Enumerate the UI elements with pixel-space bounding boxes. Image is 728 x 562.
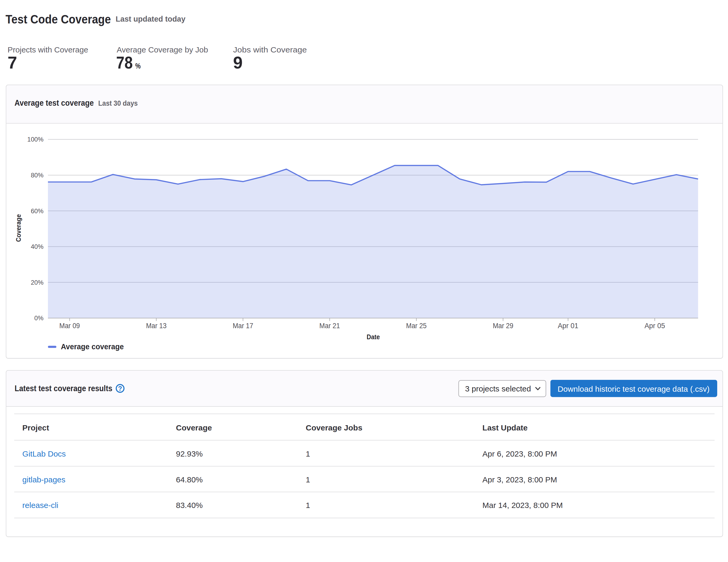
svg-text:Average test coverage: Average test coverage <box>14 98 94 107</box>
svg-text:Mar 29: Mar 29 <box>493 322 513 330</box>
svg-text:Jobs with Coverage: Jobs with Coverage <box>233 46 307 54</box>
svg-text:7: 7 <box>8 53 17 72</box>
svg-text:3 projects selected: 3 projects selected <box>465 384 531 393</box>
svg-text:20%: 20% <box>31 279 43 286</box>
svg-text:Download historic test coverag: Download historic test coverage data (.c… <box>558 385 710 393</box>
svg-text:78: 78 <box>116 53 133 72</box>
svg-text:Mar 21: Mar 21 <box>319 322 340 330</box>
svg-text:Mar 17: Mar 17 <box>233 322 253 330</box>
svg-text:40%: 40% <box>31 243 43 250</box>
svg-text:9: 9 <box>233 53 243 72</box>
svg-text:Mar 13: Mar 13 <box>146 322 166 330</box>
svg-text:Last 30 days: Last 30 days <box>98 99 138 107</box>
svg-text:%: % <box>135 62 141 70</box>
svg-text:Mar 09: Mar 09 <box>59 322 80 330</box>
svg-text:0%: 0% <box>34 315 43 322</box>
svg-text:1: 1 <box>306 450 310 458</box>
svg-text:60%: 60% <box>31 207 43 214</box>
svg-text:Average Coverage by Job: Average Coverage by Job <box>117 46 208 54</box>
svg-text:Date: Date <box>367 333 380 341</box>
svg-text:Mar 14, 2023, 8:00 PM: Mar 14, 2023, 8:00 PM <box>483 501 563 510</box>
svg-text:64.80%: 64.80% <box>176 475 203 484</box>
svg-text:Test Code Coverage: Test Code Coverage <box>6 12 111 26</box>
svg-text:80%: 80% <box>31 172 43 179</box>
svg-text:Mar 25: Mar 25 <box>406 322 427 330</box>
svg-text:Projects with Coverage: Projects with Coverage <box>8 46 88 54</box>
svg-text:Latest test coverage results: Latest test coverage results <box>15 384 112 393</box>
svg-text:1: 1 <box>306 475 310 484</box>
svg-text:Last updated today: Last updated today <box>116 14 185 23</box>
svg-text:Apr 6, 2023, 8:00 PM: Apr 6, 2023, 8:00 PM <box>483 450 557 458</box>
svg-text:1: 1 <box>306 501 310 510</box>
svg-text:Coverage: Coverage <box>14 214 22 242</box>
svg-text:Coverage Jobs: Coverage Jobs <box>306 423 362 432</box>
svg-text:Coverage: Coverage <box>176 423 212 432</box>
svg-text:release-cli: release-cli <box>22 501 58 510</box>
svg-text:Apr 05: Apr 05 <box>645 322 665 330</box>
svg-text:Apr 01: Apr 01 <box>558 322 578 330</box>
svg-text:GitLab Docs: GitLab Docs <box>22 450 66 458</box>
svg-text:83.40%: 83.40% <box>176 501 203 510</box>
svg-text:?: ? <box>118 385 122 392</box>
svg-text:Average coverage: Average coverage <box>61 342 124 351</box>
svg-text:Last Update: Last Update <box>483 423 528 432</box>
svg-text:gitlab-pages: gitlab-pages <box>22 475 65 484</box>
svg-text:Project: Project <box>22 423 49 432</box>
svg-text:100%: 100% <box>27 136 43 143</box>
svg-text:92.93%: 92.93% <box>176 450 203 458</box>
svg-text:Apr 3, 2023, 8:00 PM: Apr 3, 2023, 8:00 PM <box>483 475 557 484</box>
